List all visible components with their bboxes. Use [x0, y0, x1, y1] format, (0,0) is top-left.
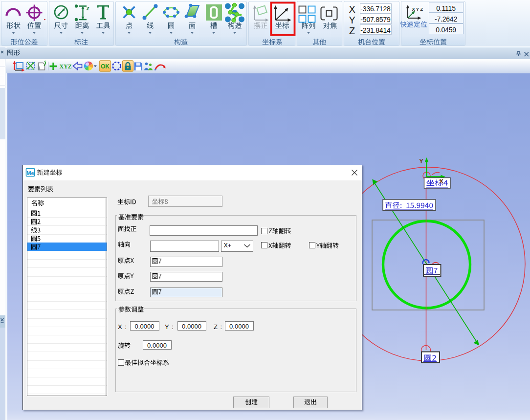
svg-text:X :: X : [118, 323, 127, 331]
svg-text:OK: OK [101, 63, 110, 70]
svg-text:Z :: Z : [214, 323, 222, 331]
svg-text:X+: X+ [224, 242, 232, 249]
svg-text:XYZ: XYZ [412, 6, 424, 12]
svg-text:z: z [87, 4, 90, 12]
svg-text:Y :: Y : [165, 323, 174, 331]
svg-text:0.0000: 0.0000 [182, 323, 201, 330]
svg-text:0.0000: 0.0000 [147, 342, 167, 349]
svg-text:Me: Me [26, 170, 34, 176]
svg-text:XYZ: XYZ [60, 63, 72, 70]
svg-text:0.0000: 0.0000 [229, 323, 249, 330]
svg-text:0.0000: 0.0000 [135, 323, 155, 330]
